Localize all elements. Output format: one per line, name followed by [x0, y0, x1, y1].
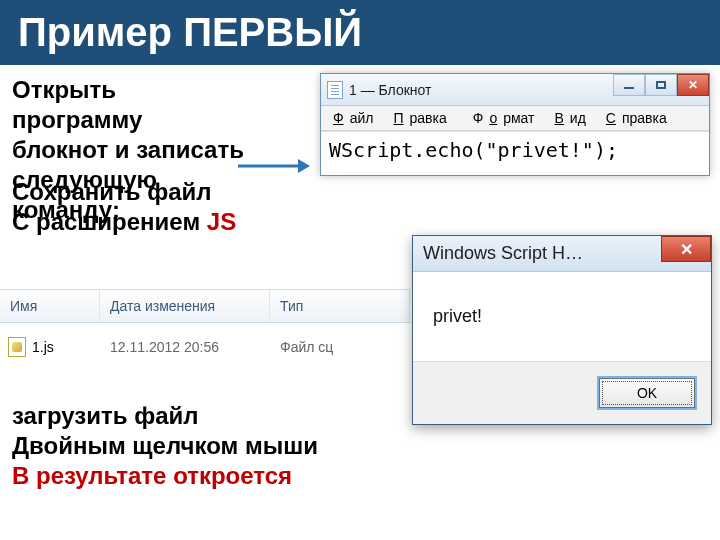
- step3-text: загрузить файл Двойным щелчком мыши В ре…: [12, 401, 318, 491]
- menu-view[interactable]: Вид: [549, 110, 598, 126]
- explorer-header: Имя Дата изменения Тип: [0, 290, 410, 323]
- wsh-footer: OK: [413, 361, 711, 424]
- notepad-body[interactable]: WScript.echo("privet!");: [321, 131, 709, 175]
- step1-line3: блокнот и записать: [12, 135, 292, 165]
- wsh-message: privet!: [413, 272, 711, 361]
- notepad-icon: [327, 81, 343, 99]
- step3-line3: В результате откроется: [12, 461, 318, 491]
- notepad-titlebar: 1 — Блокнот ✕: [321, 74, 709, 106]
- col-date[interactable]: Дата изменения: [100, 290, 270, 322]
- col-name[interactable]: Имя: [0, 290, 100, 322]
- js-file-icon: [8, 337, 26, 357]
- wsh-dialog: Windows Script H… ✕ privet! OK: [412, 235, 712, 425]
- file-type: Файл сц: [270, 331, 410, 363]
- step1-line2: программу: [12, 105, 292, 135]
- minimize-button[interactable]: [613, 74, 645, 96]
- page-title: Пример ПЕРВЫЙ: [0, 0, 720, 65]
- ok-button[interactable]: OK: [599, 378, 695, 408]
- wsh-title: Windows Script H…: [423, 243, 583, 264]
- step1-line1: Открыть: [12, 75, 292, 105]
- step2-text: Сохранить файл С расширением JS: [12, 177, 236, 237]
- file-name: 1.js: [32, 339, 54, 355]
- col-type[interactable]: Тип: [270, 290, 410, 322]
- file-date: 12.11.2012 20:56: [100, 331, 270, 363]
- menu-file[interactable]: Файл: [327, 110, 385, 126]
- menu-help[interactable]: Справка: [600, 110, 679, 126]
- js-extension-label: JS: [207, 208, 236, 235]
- arrow-icon: [238, 163, 308, 169]
- notepad-window: 1 — Блокнот ✕ Файл Правка Формат Вид Спр…: [320, 73, 710, 176]
- file-row[interactable]: 1.js 12.11.2012 20:56 Файл сц: [0, 323, 410, 371]
- menu-format[interactable]: Формат: [461, 110, 547, 126]
- maximize-button[interactable]: [645, 74, 677, 96]
- step3-line1: загрузить файл: [12, 401, 318, 431]
- notepad-menubar: Файл Правка Формат Вид Справка: [321, 106, 709, 131]
- step2-line1: Сохранить файл: [12, 177, 236, 207]
- content-area: Открыть программу блокнот и записать сле…: [0, 65, 720, 537]
- menu-edit[interactable]: Правка: [387, 110, 458, 126]
- window-controls: ✕: [613, 74, 709, 96]
- step2-line2: С расширением JS: [12, 207, 236, 237]
- notepad-title: 1 — Блокнот: [349, 82, 431, 98]
- wsh-titlebar: Windows Script H… ✕: [413, 236, 711, 272]
- explorer-list: Имя Дата изменения Тип 1.js 12.11.2012 2…: [0, 289, 410, 371]
- close-button[interactable]: ✕: [677, 74, 709, 96]
- close-button[interactable]: ✕: [661, 236, 711, 262]
- step3-line2: Двойным щелчком мыши: [12, 431, 318, 461]
